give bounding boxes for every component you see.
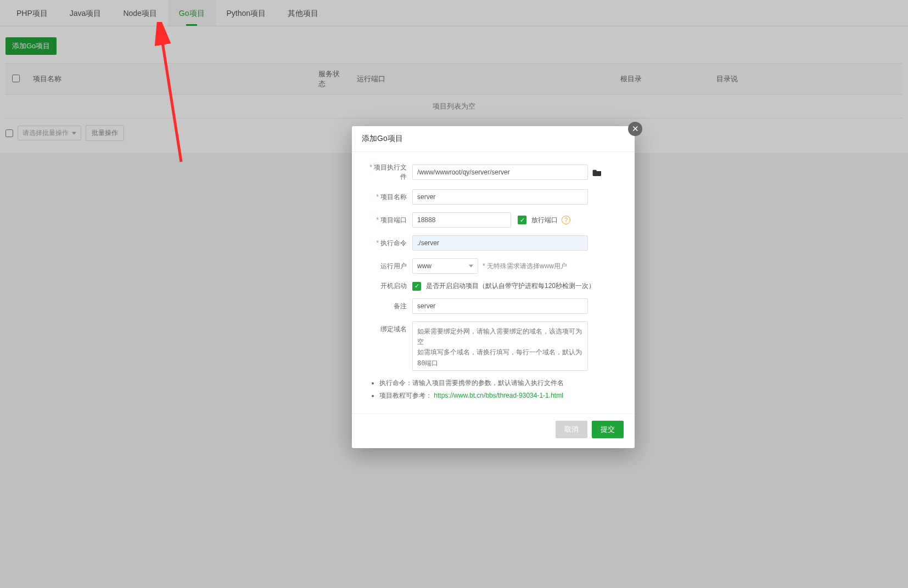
tutorial-text: 项目教程可参考： https://www.bt.cn/bbs/thread-93… <box>379 391 618 400</box>
run-user-hint: * 无特殊需求请选择www用户 <box>483 262 567 271</box>
open-port-label: 放行端口 <box>531 216 558 225</box>
bind-domain-textarea[interactable] <box>412 321 588 371</box>
modal-title: 添加Go项目 <box>352 126 635 152</box>
close-icon[interactable]: ✕ <box>628 122 642 136</box>
tutorial-link[interactable]: https://www.bt.cn/bbs/thread-93034-1-1.h… <box>434 392 563 399</box>
autostart-label: 是否开启启动项目（默认自带守护进程每120秒检测一次） <box>426 281 595 291</box>
exec-command-input[interactable] <box>412 235 588 251</box>
exec-file-input[interactable] <box>412 165 588 180</box>
cancel-button[interactable]: 取消 <box>556 421 587 438</box>
remark-input[interactable] <box>412 298 588 314</box>
cmd-hint-text: 执行命令：请输入项目需要携带的参数，默认请输入执行文件名 <box>379 378 618 388</box>
submit-button[interactable]: 提交 <box>592 421 624 438</box>
open-port-checkbox[interactable]: ✓ <box>518 216 526 224</box>
project-port-input[interactable] <box>412 212 511 228</box>
help-icon[interactable]: ? <box>562 216 570 224</box>
add-go-project-modal: ✕ 添加Go项目 *项目执行文件 *项目名称 *项目端口 ✓ <box>352 126 635 448</box>
folder-icon[interactable] <box>592 168 602 176</box>
run-user-select[interactable]: www <box>412 258 478 274</box>
autostart-checkbox[interactable]: ✓ <box>412 282 421 291</box>
project-name-input[interactable] <box>412 189 588 205</box>
